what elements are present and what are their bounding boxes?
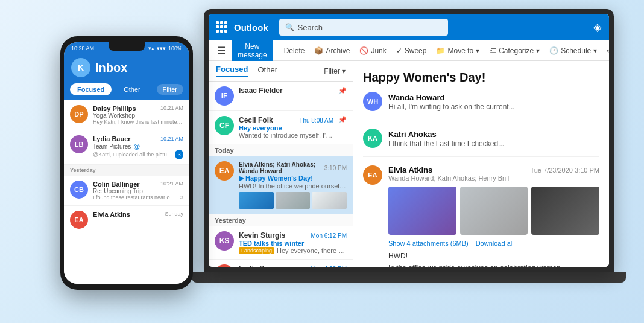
email-list-panel: Focused Other Filter ▾ IF Isaac Fielder xyxy=(209,61,353,267)
at-mention-badge: @ xyxy=(133,142,140,150)
email-item-cecil[interactable]: CF Cecil Folk Thu 8:08 AM Hey everyone W… xyxy=(209,111,353,144)
tab-other[interactable]: Other xyxy=(257,65,277,77)
email-subject: ▶ Happy Women's Day! xyxy=(239,174,347,182)
reply-item-wanda: WH Wanda Howard Hi all, I'm writing to a… xyxy=(363,92,599,120)
battery-indicator: 100% xyxy=(168,45,182,51)
sweep-button[interactable]: ✓ Sweep xyxy=(393,45,431,56)
phone-email-item[interactable]: DP Daisy Phillips 10:21 AM Yoga Workshop… xyxy=(64,100,189,130)
waffle-dot xyxy=(220,25,223,28)
undo-button[interactable]: ↩ Undo xyxy=(603,45,609,56)
phone-tabs: Focused Other Filter xyxy=(64,83,189,100)
reading-image xyxy=(388,187,456,235)
waffle-dot xyxy=(216,30,219,33)
laptop-base xyxy=(192,272,626,283)
phone-frame: 10:28 AM ▾▴ ▾▾▾ 100% K Inbox Focused Oth… xyxy=(60,36,193,290)
waffle-icon[interactable] xyxy=(216,21,228,33)
avatar: CB xyxy=(70,181,88,199)
count-text: 3 xyxy=(180,194,183,200)
chevron-down-icon: ▾ xyxy=(342,67,346,75)
laptop-screen: Outlook 🔍 Search ◈ ☰ New message Delete … xyxy=(209,14,609,267)
phone-section-yesterday: Yesterday xyxy=(64,165,189,176)
avatar: IF xyxy=(215,86,234,106)
phone-tab-other[interactable]: Other xyxy=(116,83,148,95)
hamburger-button[interactable]: ☰ xyxy=(213,43,229,57)
phone-email-content: Colin Ballinger 10:21 AM Re: Upcoming Tr… xyxy=(93,181,183,200)
waffle-dot xyxy=(220,21,223,24)
phone-email-subject: Team Pictures xyxy=(93,143,131,150)
phone-email-sender: Daisy Phillips xyxy=(93,105,136,112)
search-bar[interactable]: 🔍 Search xyxy=(279,19,448,36)
attachments-row: Show 4 attachments (6MB) Download all xyxy=(388,240,599,247)
avatar: LB xyxy=(215,264,234,267)
phone-email-preview: @Katri, I uploaded all the pictures fro.… xyxy=(93,152,172,158)
phone-email-preview: I found these restaurants near our... xyxy=(93,194,178,200)
email-time: Thu 8:08 AM xyxy=(299,117,333,124)
email-content: Elvia Atkins; Katri Ahokas; Wanda Howard… xyxy=(239,161,347,209)
phone-email-item[interactable]: EA Elvia Atkins Sunday xyxy=(64,206,189,234)
avatar: KA xyxy=(363,129,382,148)
search-placeholder: Search xyxy=(298,23,323,32)
filter-button[interactable]: Filter ▾ xyxy=(324,67,346,75)
schedule-button[interactable]: 🕐 Schedule ▾ xyxy=(546,45,601,56)
download-all-button[interactable]: Download all xyxy=(476,240,514,247)
email-reading-title: Happy Women's Day! xyxy=(363,71,599,85)
phone-tab-focused[interactable]: Focused xyxy=(70,83,112,95)
avatar: LB xyxy=(70,135,88,153)
phone-email-subject: Re: Upcoming Trip xyxy=(93,188,183,194)
wifi-icon: ▾▴ xyxy=(148,45,154,51)
app-title: Outlook xyxy=(234,22,268,33)
email-subject: Hey everyone xyxy=(239,124,333,132)
avatar: EA xyxy=(363,165,382,185)
phone-screen: 10:28 AM ▾▴ ▾▾▾ 100% K Inbox Focused Oth… xyxy=(64,42,189,284)
email-tag: Landscaping xyxy=(239,247,274,254)
tab-focused[interactable]: Focused xyxy=(216,65,248,77)
reply-item-katri: KA Katri Ahokas I think that the Last ti… xyxy=(363,129,599,157)
email-preview: HWD! In the office we pride ourselves on xyxy=(239,182,347,190)
reading-image xyxy=(460,187,528,235)
search-icon: 🔍 xyxy=(285,23,294,31)
outlook-toolbar: ☰ New message Delete 📦 Archive 🚫 Junk ✓ … xyxy=(209,40,609,61)
phone-email-sender: Elvia Atkins xyxy=(93,211,130,218)
email-item-kevin[interactable]: KS Kevin Sturgis Mon 6:12 PM TED talks t… xyxy=(209,226,353,260)
phone-device: 10:28 AM ▾▴ ▾▾▾ 100% K Inbox Focused Oth… xyxy=(60,36,193,290)
move-to-button[interactable]: 📁 Move to ▾ xyxy=(432,45,483,56)
email-time: Mon 6:12 PM xyxy=(311,232,347,239)
email-content: Isaac Fielder 📌 xyxy=(239,86,347,95)
phone-email-sender: Lydia Bauer xyxy=(93,135,131,142)
avatar: EA xyxy=(70,211,88,229)
phone-email-list: DP Daisy Phillips 10:21 AM Yoga Workshop… xyxy=(64,100,189,284)
section-yesterday: Yesterday xyxy=(209,214,353,226)
phone-email-time: 10:21 AM xyxy=(160,181,183,188)
email-thumbnail xyxy=(312,192,347,209)
thumbnail-row xyxy=(239,192,347,209)
junk-button[interactable]: 🚫 Junk xyxy=(356,45,390,56)
email-content: Kevin Sturgis Mon 6:12 PM TED talks this… xyxy=(239,231,347,254)
outlook-main: Focused Other Filter ▾ IF Isaac Fielder xyxy=(209,61,609,267)
phone-header: K Inbox xyxy=(64,54,189,83)
email-item-lydia[interactable]: LB Lydia Bauer Mon 4:02 PM New Pinboard!… xyxy=(209,260,353,267)
archive-button[interactable]: 📦 Archive xyxy=(311,45,353,56)
categorize-button[interactable]: 🏷 Categorize ▾ xyxy=(485,45,543,56)
phone-email-time: Sunday xyxy=(165,211,183,218)
avatar: DP xyxy=(70,105,88,123)
email-item-isaac[interactable]: IF Isaac Fielder 📌 xyxy=(209,82,353,111)
laptop-frame: Outlook 🔍 Search ◈ ☰ New message Delete … xyxy=(204,9,614,272)
reply-content: Elvia Atkins Tue 7/23/2020 3:10 PM Wanda… xyxy=(388,165,599,267)
attachments-count[interactable]: Show 4 attachments (6MB) xyxy=(388,240,469,247)
phone-email-item[interactable]: CB Colin Ballinger 10:21 AM Re: Upcoming… xyxy=(64,176,189,206)
reply-content: Wanda Howard Hi all, I'm writing to ask … xyxy=(388,92,599,111)
email-sender: Elvia Atkins; Katri Ahokas; Wanda Howard xyxy=(239,161,324,174)
phone-filter-button[interactable]: Filter xyxy=(157,84,183,95)
email-content: Cecil Folk Thu 8:08 AM Hey everyone Want… xyxy=(239,116,333,139)
email-time: Mon 4:02 PM xyxy=(311,266,347,267)
delete-button[interactable]: Delete xyxy=(280,45,309,56)
email-item-selected[interactable]: EA Elvia Atkins; Katri Ahokas; Wanda How… xyxy=(209,156,353,214)
body-text-2: In the office we pride ourselves on cele… xyxy=(388,264,599,267)
waffle-dot xyxy=(224,25,227,28)
new-message-button[interactable]: New message xyxy=(232,40,273,62)
phone-email-item[interactable]: LB Lydia Bauer 10:21 AM Team Pictures @ … xyxy=(64,130,189,165)
avatar: WH xyxy=(363,92,382,111)
body-text-1: HWD! xyxy=(388,252,599,260)
reply-preview: I think that the Last time I checked... xyxy=(388,139,599,148)
email-content: Lydia Bauer Mon 4:02 PM New Pinboard! An… xyxy=(239,264,347,267)
